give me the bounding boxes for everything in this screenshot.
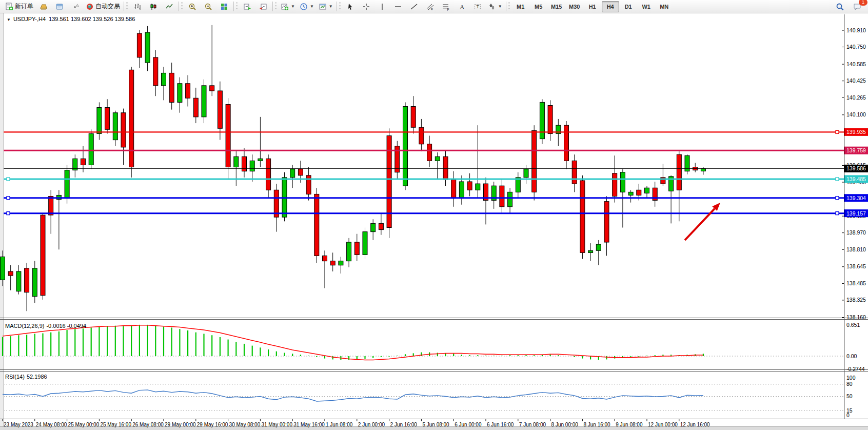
candle-bearish (451, 180, 456, 199)
chevron-down-icon[interactable]: ▼ (329, 4, 333, 9)
tf-m15[interactable]: M15 (548, 1, 565, 12)
time-tick-label: 24 May 08:00 (36, 422, 67, 427)
tf-h1[interactable]: H1 (584, 1, 601, 12)
candles-chart-icon (149, 3, 157, 11)
text-button[interactable]: A (454, 1, 469, 13)
candle-bearish (572, 161, 577, 184)
hline-support-2[interactable] (4, 212, 844, 215)
tf-h4[interactable]: H4 (602, 1, 619, 12)
candle-bearish (306, 175, 311, 194)
autotrading-button[interactable]: 自动交易 (84, 1, 122, 13)
search-button[interactable] (832, 1, 847, 13)
pane-divider[interactable] (0, 370, 868, 372)
channel-button[interactable]: E (422, 1, 438, 13)
indicators-icon (281, 3, 289, 11)
zoom-in-button[interactable] (185, 1, 200, 13)
candle-bearish (137, 33, 142, 57)
arrow-annotation[interactable] (685, 203, 720, 240)
toolbar: 新订单自动交易▼▼▼EFAT▼M1M5M15M30H1H4D1W1MN1 (0, 0, 868, 13)
price-badge-label: 139.157 (846, 210, 866, 217)
tf-m5[interactable]: M5 (530, 1, 547, 12)
chevron-down-icon[interactable]: ▼ (291, 4, 295, 9)
new-order-button[interactable]: 新订单 (3, 1, 35, 13)
candle-bearish (548, 105, 553, 133)
candle-bearish (169, 73, 174, 102)
chart-shift-button[interactable] (255, 1, 271, 13)
tf-d1[interactable]: D1 (620, 1, 637, 12)
chevron-down-icon[interactable]: ▼ (498, 4, 502, 9)
candle-bullish (1, 257, 5, 280)
hline-pivot-cyan[interactable] (4, 178, 844, 181)
fibo-icon: F (442, 3, 450, 11)
vline-button[interactable] (374, 1, 390, 13)
tf-m30[interactable]: M30 (566, 1, 583, 12)
toolbar-grip[interactable] (181, 2, 183, 11)
templates-button[interactable]: ▼ (317, 1, 335, 13)
time-tick-label: 30 May 08:00 (229, 422, 261, 427)
candle-bearish (354, 242, 359, 255)
line-handle[interactable] (7, 178, 10, 181)
indicators-button[interactable]: ▼ (279, 1, 297, 13)
macd-scale-label: 0.651 (846, 322, 860, 328)
search-icon (836, 3, 844, 11)
candle-bearish (443, 157, 448, 180)
price-tick-label: 138.645 (846, 263, 866, 269)
candle-bullish (620, 172, 625, 192)
pane-divider[interactable] (0, 318, 868, 320)
profiles-button[interactable] (36, 1, 51, 13)
rsi-indicator-name: RSI(14) (5, 374, 25, 380)
autoscroll-button[interactable] (240, 1, 255, 13)
price-badge-label: 139.759 (846, 147, 866, 153)
tf-mn[interactable]: MN (656, 1, 673, 12)
periods-button[interactable]: ▼ (298, 1, 316, 13)
price-axis-badges: 139.935139.759139.586139.485139.304139.1… (844, 128, 868, 217)
candle-bearish (298, 169, 303, 175)
candles-chart-button[interactable] (146, 1, 161, 13)
crosshair-button[interactable] (359, 1, 374, 13)
hline-button[interactable] (390, 1, 406, 13)
toolbar-separator (124, 2, 124, 11)
tile-windows-button[interactable] (216, 1, 232, 13)
fibonacci-button[interactable]: F (438, 1, 453, 13)
line-handle[interactable] (836, 197, 839, 200)
line-handle[interactable] (7, 197, 10, 200)
candle-bullish (177, 84, 182, 103)
arrows-button[interactable]: ▼ (486, 1, 504, 13)
bars-chart-button[interactable] (130, 1, 145, 13)
tf-w1[interactable]: W1 (638, 1, 655, 12)
toolbar-grip[interactable] (275, 2, 277, 11)
chart-menu-triangle-icon[interactable]: ▼ (7, 17, 11, 22)
zoom-out-button[interactable] (201, 1, 216, 13)
toolbar-grip[interactable] (126, 2, 128, 11)
candle-bullish (113, 113, 117, 140)
tf-mn-label: MN (660, 4, 668, 10)
candle-bullish (645, 188, 649, 193)
market-watch-button[interactable] (52, 1, 67, 13)
trendline-button[interactable] (406, 1, 422, 13)
hline-support-1[interactable] (4, 197, 844, 200)
line-handle[interactable] (836, 178, 839, 181)
toolbar-separator (179, 2, 179, 11)
tf-m1[interactable]: M1 (512, 1, 529, 12)
time-tick-label: 6 Jun 16:00 (487, 422, 514, 427)
cursor-button[interactable] (343, 1, 358, 13)
text-label-button[interactable]: T (470, 1, 485, 13)
news-button[interactable] (68, 1, 83, 13)
tile-windows-icon (220, 3, 228, 11)
toolbar-grip[interactable] (508, 2, 510, 11)
notifications-button[interactable]: 1 (850, 1, 865, 13)
line-handle[interactable] (7, 212, 10, 215)
chevron-down-icon[interactable]: ▼ (310, 4, 314, 9)
toolbar-grip[interactable] (236, 2, 238, 11)
candlestick-series (1, 25, 706, 311)
time-tick-label: 8 Jun 16:00 (583, 422, 610, 427)
candle-bullish (588, 250, 593, 252)
vline-icon (378, 3, 386, 11)
line-handle[interactable] (836, 130, 839, 133)
toolbar-grip[interactable] (339, 2, 341, 11)
candle-bearish (266, 159, 271, 190)
line-handle[interactable] (836, 212, 839, 215)
toolbar-separator (272, 2, 273, 11)
price-tick-label: 140.585 (846, 61, 866, 67)
line-chart-button[interactable] (162, 1, 177, 13)
